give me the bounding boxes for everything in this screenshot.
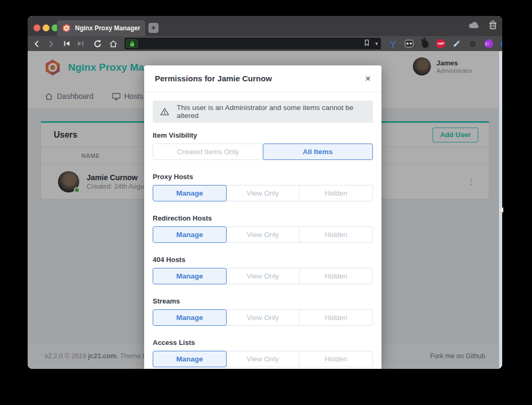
section-label-404-hosts: 404 Hosts: [153, 256, 373, 264]
back-button[interactable]: [30, 37, 44, 50]
web-page: Nginx Proxy Manager James Administrator …: [28, 51, 502, 369]
bookmark-icon[interactable]: [364, 39, 370, 48]
fast-forward-button[interactable]: [73, 37, 87, 50]
window-minimize-button[interactable]: [43, 24, 49, 31]
streams-view-only[interactable]: View Only: [226, 309, 300, 326]
reload-button[interactable]: [90, 37, 104, 50]
streams-group: Manage View Only Hidden: [153, 309, 373, 326]
proxy-hosts-view-only[interactable]: View Only: [226, 185, 300, 201]
extension-tampermonkey-icon[interactable]: [404, 39, 413, 48]
favicon-nginx-proxy-manager: [62, 24, 71, 32]
section-label-streams: Streams: [153, 297, 373, 305]
trash-closed-tabs-icon[interactable]: [489, 21, 497, 31]
address-bar[interactable]: ▾: [124, 38, 381, 49]
browser-tab[interactable]: Nginx Proxy Manager: [57, 20, 145, 36]
desktop-background: Nginx Proxy Manager +: [0, 0, 532, 405]
proxy-hosts-group: Manage View Only Hidden: [153, 185, 373, 201]
proxy-hosts-hidden[interactable]: Hidden: [299, 185, 373, 201]
access-lists-group: Manage View Only Hidden: [153, 351, 373, 367]
warning-triangle-icon: [160, 107, 169, 116]
forward-button[interactable]: [44, 37, 57, 50]
ssl-lock-icon[interactable]: [126, 39, 138, 48]
access-lists-hidden[interactable]: Hidden: [299, 351, 373, 367]
redirection-hosts-view-only[interactable]: View Only: [226, 226, 300, 243]
404-hosts-manage[interactable]: Manage: [153, 268, 227, 284]
extension-gnome-foot-icon[interactable]: [420, 39, 429, 48]
section-label-item-visibility: Item Visibility: [153, 131, 373, 139]
section-label-proxy-hosts: Proxy Hosts: [153, 173, 373, 181]
window-close-button[interactable]: [34, 24, 40, 31]
streams-hidden[interactable]: Hidden: [299, 309, 373, 326]
access-lists-manage[interactable]: Manage: [153, 351, 227, 367]
extension-pen-icon[interactable]: [452, 39, 461, 48]
access-lists-view-only[interactable]: View Only: [226, 351, 300, 367]
tab-title: Nginx Proxy Manager: [75, 24, 140, 32]
404-hosts-hidden[interactable]: Hidden: [299, 268, 373, 284]
new-tab-button[interactable]: +: [148, 23, 159, 33]
browser-titlebar: Nginx Proxy Manager +: [28, 16, 502, 36]
extension-fork-icon[interactable]: [388, 40, 397, 49]
redirection-hosts-hidden[interactable]: Hidden: [299, 226, 373, 243]
extension-gear-icon[interactable]: ⚙: [468, 39, 477, 48]
rewind-button[interactable]: [60, 37, 73, 50]
extension-purple-face-icon[interactable]: [484, 39, 493, 48]
proxy-hosts-manage[interactable]: Manage: [153, 185, 227, 201]
browser-window: Nginx Proxy Manager +: [28, 16, 502, 369]
extension-pie-badge-icon[interactable]: [500, 39, 502, 48]
modal-title: Permissions for Jamie Curnow: [155, 74, 272, 83]
sync-cloud-icon[interactable]: [469, 21, 479, 31]
alert-text: This user is an Administrator and some i…: [177, 104, 365, 120]
404-hosts-group: Manage View Only Hidden: [153, 268, 373, 284]
item-visibility-group: Created Items Only All Items: [153, 144, 373, 160]
permissions-modal: Permissions for Jamie Curnow × This user…: [144, 65, 381, 369]
redirection-hosts-manage[interactable]: Manage: [153, 226, 227, 243]
panel-toggle-arrow-icon[interactable]: [499, 207, 503, 213]
404-hosts-view-only[interactable]: View Only: [226, 268, 300, 284]
redirection-hosts-group: Manage View Only Hidden: [153, 226, 373, 243]
section-label-access-lists: Access Lists: [153, 339, 373, 347]
home-button[interactable]: [106, 37, 120, 50]
bookmark-dropdown-caret-icon[interactable]: ▾: [375, 41, 378, 46]
streams-manage[interactable]: Manage: [153, 309, 227, 326]
browser-toolbar: ▾ ABP ⚙: [28, 36, 502, 51]
admin-warning-alert: This user is an Administrator and some i…: [153, 100, 373, 123]
modal-close-icon[interactable]: ×: [365, 73, 371, 83]
option-created-items-only[interactable]: Created Items Only: [153, 144, 263, 160]
section-label-redirection-hosts: Redirection Hosts: [153, 214, 373, 222]
extension-adblock-plus-icon[interactable]: ABP: [436, 39, 445, 48]
option-all-items[interactable]: All Items: [263, 144, 373, 160]
